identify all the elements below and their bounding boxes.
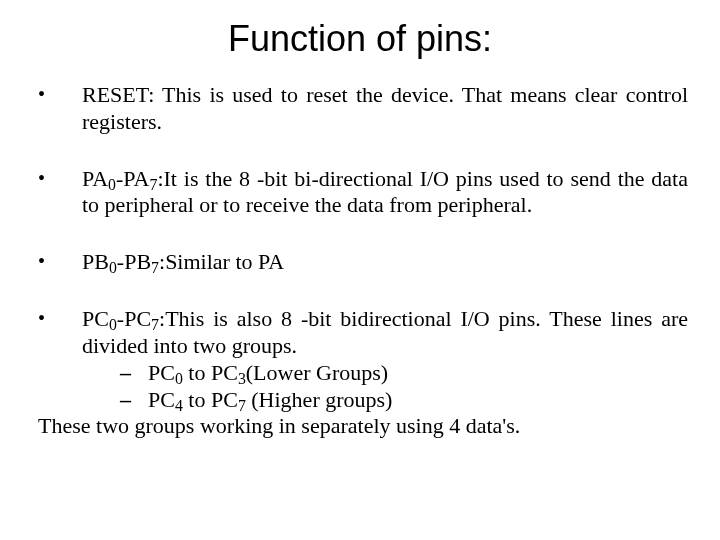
bullet-marker: •	[32, 166, 82, 220]
sub-text: PC4 to PC7 (Higher groups)	[148, 387, 392, 412]
bullet-text: RESET: This is used to reset the device.…	[82, 82, 688, 136]
bullet-item: • RESET: This is used to reset the devic…	[32, 82, 688, 136]
bullet-item: • PB0-PB7:Similar to PA	[32, 249, 688, 276]
sub-text: PC0 to PC3(Lower Groups)	[148, 360, 388, 385]
bullet-item: • PC0-PC7:This is also 8 -bit bidirectio…	[32, 306, 688, 440]
bullet-main: PC0-PC7:This is also 8 -bit bidirectiona…	[82, 306, 688, 358]
slide-title: Function of pins:	[32, 18, 688, 60]
bullet-text: PA0-PA7:It is the 8 -bit bi-directional …	[82, 166, 688, 220]
slide-body: • RESET: This is used to reset the devic…	[32, 82, 688, 440]
dash-icon: –	[120, 360, 148, 387]
bullet-text: PC0-PC7:This is also 8 -bit bidirectiona…	[82, 306, 688, 440]
sub-item: –PC0 to PC3(Lower Groups)	[82, 360, 688, 387]
dash-icon: –	[120, 387, 148, 414]
slide: Function of pins: • RESET: This is used …	[0, 0, 720, 540]
bullet-item: • PA0-PA7:It is the 8 -bit bi-directiona…	[32, 166, 688, 220]
bullet-marker: •	[32, 249, 82, 276]
bullet-marker: •	[32, 82, 82, 136]
sub-item: –PC4 to PC7 (Higher groups)	[82, 387, 688, 414]
bullet-trailer: These two groups working in separately u…	[38, 413, 688, 440]
bullet-text: PB0-PB7:Similar to PA	[82, 249, 688, 276]
